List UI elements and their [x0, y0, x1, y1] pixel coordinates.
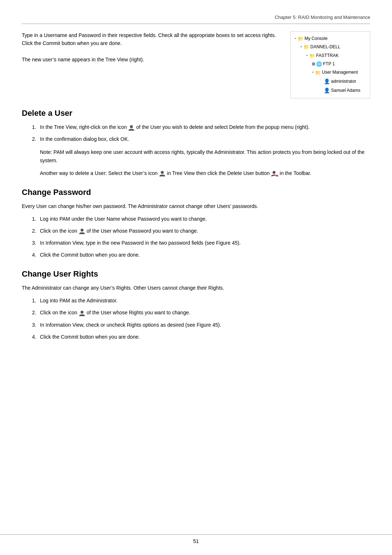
change-password-step-3: 3. In Information View, type in the new …: [22, 239, 370, 247]
step-number: 1.: [29, 297, 36, 305]
user-icon: [79, 228, 85, 234]
delete-user-toolbar-icon: [271, 170, 278, 177]
tree-item-samuel: 👤 Samuel Adams: [294, 86, 366, 95]
change-user-rights-list: 1. Log into PAM as the Administrator. 2.…: [22, 297, 370, 341]
intro-section: Type in a Username and Password in their…: [22, 31, 370, 98]
network-icon: 🌐: [316, 60, 322, 68]
tree-item-myconsole: ⁃ 📁 My Console: [294, 34, 366, 43]
tree-label: User Management: [322, 69, 358, 77]
step-number: 4.: [29, 333, 36, 341]
step-number: 3.: [29, 239, 36, 247]
svg-point-1: [161, 171, 164, 174]
delete-user-list: 1. In the Tree View, right-click on the …: [22, 123, 370, 143]
chapter-header: Chapter 5: RAID Monitoring and Maintenan…: [22, 15, 370, 24]
user-icon: 👤: [324, 77, 330, 86]
change-user-rights-intro: The Administrator can change any User’s …: [22, 284, 370, 292]
folder-icon: 📁: [303, 43, 309, 51]
folder-icon: 📁: [298, 34, 303, 43]
change-password-step-2: 2. Click on the icon of the User whose P…: [22, 227, 370, 235]
change-user-rights-step-4: 4. Click the Commit button when you are …: [22, 333, 370, 341]
step-content: Click on the icon of the User whose Righ…: [40, 309, 370, 317]
tree-label: Samuel Adams: [331, 87, 360, 95]
svg-point-0: [130, 125, 133, 128]
step-number: 1.: [29, 123, 36, 131]
tree-item-ftp1: ⊞ 🌐 FTP 1: [294, 60, 366, 68]
change-password-list: 1. Log into PAM under the User Name whos…: [22, 215, 370, 259]
user-icon: [128, 125, 135, 131]
intro-para-2: The new user’s name appears in the Tree …: [22, 56, 279, 64]
change-password-step-4: 4. Click the Commit button when you are …: [22, 251, 370, 259]
tree-expand-icon: ⁃: [306, 52, 308, 60]
step-content: In Information View, type in the new Pas…: [40, 239, 370, 247]
tree-label: FTP 1: [323, 60, 335, 68]
user-icon: [79, 310, 85, 317]
delete-alternate-method: Another way to delete a User: Select the…: [22, 169, 370, 177]
step-content: Click on the icon of the User whose Pass…: [40, 227, 370, 235]
tree-item-admin: 👤 administrator: [294, 77, 366, 86]
step-number: 4.: [29, 251, 36, 259]
delete-user-step-1: 1. In the Tree View, right-click on the …: [22, 123, 370, 131]
change-user-rights-step-3: 3. In Information View, check or uncheck…: [22, 321, 370, 329]
chapter-title: Chapter 5: RAID Monitoring and Maintenan…: [275, 15, 370, 20]
change-user-rights-step-2: 2. Click on the icon of the User whose R…: [22, 309, 370, 317]
step-content: In the confirmation dialog box, click OK…: [40, 135, 370, 143]
delete-user-step-2: 2. In the confirmation dialog box, click…: [22, 135, 370, 143]
user-icon: [159, 170, 166, 177]
tree-expand-icon: ⊞: [312, 61, 315, 68]
folder-icon: 📁: [315, 69, 321, 77]
tree-expand-icon: ⁃: [300, 44, 302, 51]
step-number: 2.: [29, 135, 36, 143]
tree-label: DANNEL-DELL: [310, 43, 340, 51]
svg-point-6: [81, 311, 83, 314]
step-number: 2.: [29, 227, 36, 235]
tree-expand-icon: ⁃: [312, 69, 314, 76]
page: Chapter 5: RAID Monitoring and Maintenan…: [0, 0, 392, 555]
change-user-rights-step-1: 1. Log into PAM as the Administrator.: [22, 297, 370, 305]
tree-label: administrator: [331, 78, 356, 86]
tree-item-usermgmt: ⁃ 📁 User Management: [294, 69, 366, 77]
folder-icon: 📁: [309, 52, 315, 60]
step-content: In the Tree View, right-click on the ico…: [40, 123, 370, 131]
step-number: 1.: [29, 215, 36, 223]
step-content: In Information View, check or uncheck Ri…: [40, 321, 370, 329]
user-icon: 👤: [324, 86, 330, 95]
step-content: Click the Commit button when you are don…: [40, 333, 370, 341]
change-password-step-1: 1. Log into PAM under the User Name whos…: [22, 215, 370, 223]
tree-label: My Console: [305, 35, 327, 43]
step-number: 2.: [29, 309, 36, 317]
tree-label: FASTTRAK: [316, 52, 339, 60]
step-content: Click the Commit button when you are don…: [40, 251, 370, 259]
page-number: 51: [193, 538, 199, 544]
delete-user-note: Note: PAM will always keep one user acco…: [40, 148, 370, 165]
tree-item-dannel: ⁃ 📁 DANNEL-DELL: [294, 43, 366, 51]
page-footer: 51: [0, 534, 392, 544]
step-content: Log into PAM as the Administrator.: [40, 297, 370, 305]
change-password-heading: Change Password: [22, 188, 370, 197]
tree-view-box: ⁃ 📁 My Console ⁃ 📁 DANNEL-DELL ⁃ 📁 FASTT…: [290, 31, 370, 98]
svg-point-2: [273, 171, 275, 174]
step-number: 3.: [29, 321, 36, 329]
delete-user-heading: Delete a User: [22, 109, 370, 118]
change-user-rights-heading: Change User Rights: [22, 269, 370, 279]
change-password-intro: Every User can change his/her own passwo…: [22, 202, 370, 211]
tree-expand-icon: ⁃: [294, 35, 297, 42]
intro-para-1: Type in a Username and Password in their…: [22, 31, 279, 48]
intro-text: Type in a Username and Password in their…: [22, 31, 279, 98]
tree-item-fasttrak: ⁃ 📁 FASTTRAK: [294, 52, 366, 60]
step-content: Log into PAM under the User Name whose P…: [40, 215, 370, 223]
svg-point-5: [81, 229, 83, 232]
